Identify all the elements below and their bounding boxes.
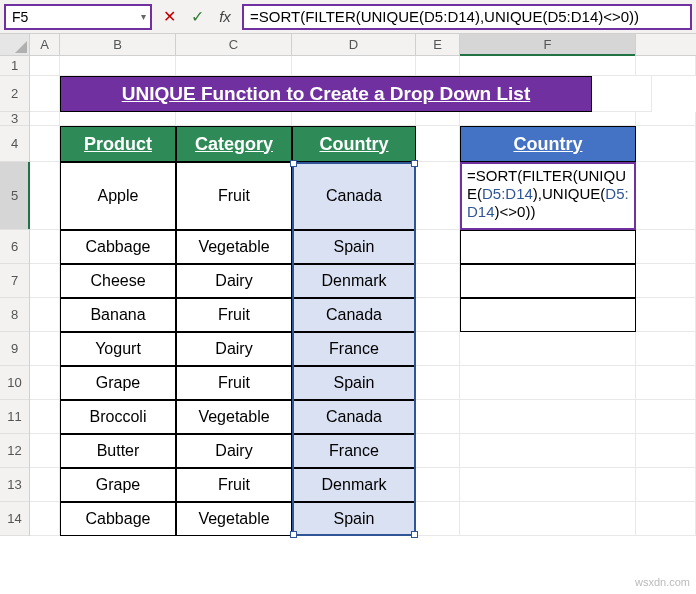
col-header-c[interactable]: C <box>176 34 292 55</box>
row-header[interactable]: 11 <box>0 400 29 434</box>
col-header-d[interactable]: D <box>292 34 416 55</box>
cell[interactable] <box>460 468 636 502</box>
cell[interactable] <box>30 502 60 536</box>
cell[interactable] <box>636 400 696 434</box>
cell[interactable] <box>30 126 60 162</box>
row-header[interactable]: 14 <box>0 502 29 536</box>
cell-country[interactable]: Canada <box>292 400 416 434</box>
row-header[interactable]: 5 <box>0 162 29 230</box>
cell-country[interactable]: France <box>292 434 416 468</box>
row-header[interactable]: 3 <box>0 112 29 126</box>
cell-product[interactable]: Butter <box>60 434 176 468</box>
cell-product[interactable]: Grape <box>60 468 176 502</box>
cell[interactable] <box>636 298 696 332</box>
cell[interactable] <box>416 56 460 76</box>
cell[interactable] <box>30 434 60 468</box>
row-header[interactable]: 8 <box>0 298 29 332</box>
title-banner[interactable]: UNIQUE Function to Create a Drop Down Li… <box>60 76 592 112</box>
cell[interactable] <box>292 112 416 126</box>
cell[interactable] <box>460 434 636 468</box>
cell-category[interactable]: Dairy <box>176 264 292 298</box>
row-header[interactable]: 12 <box>0 434 29 468</box>
col-header-f[interactable]: F <box>460 34 636 55</box>
cell[interactable] <box>460 502 636 536</box>
cell[interactable] <box>460 366 636 400</box>
cell-category[interactable]: Fruit <box>176 298 292 332</box>
cell[interactable] <box>416 264 460 298</box>
cell[interactable] <box>636 468 696 502</box>
cell-category[interactable]: Vegetable <box>176 400 292 434</box>
row-header[interactable]: 2 <box>0 76 29 112</box>
cell[interactable] <box>460 400 636 434</box>
cell[interactable] <box>30 298 60 332</box>
cell-product[interactable]: Grape <box>60 366 176 400</box>
cell[interactable] <box>636 162 696 230</box>
cell-category[interactable]: Fruit <box>176 162 292 230</box>
cell-product[interactable]: Cheese <box>60 264 176 298</box>
cell-category[interactable]: Vegetable <box>176 502 292 536</box>
header-country-result[interactable]: Country <box>460 126 636 162</box>
cell[interactable] <box>460 332 636 366</box>
cell[interactable] <box>30 332 60 366</box>
cell-product[interactable]: Banana <box>60 298 176 332</box>
cell[interactable] <box>416 400 460 434</box>
cell[interactable] <box>636 56 696 76</box>
cell[interactable] <box>30 366 60 400</box>
cell[interactable] <box>636 434 696 468</box>
cell[interactable] <box>636 366 696 400</box>
accept-icon[interactable]: ✓ <box>186 7 208 26</box>
cell-country[interactable]: Denmark <box>292 468 416 502</box>
cell-product[interactable]: Broccoli <box>60 400 176 434</box>
cell[interactable] <box>636 502 696 536</box>
cell-country[interactable]: France <box>292 332 416 366</box>
cell-product[interactable]: Apple <box>60 162 176 230</box>
cell[interactable] <box>416 332 460 366</box>
row-header[interactable]: 1 <box>0 56 29 76</box>
chevron-down-icon[interactable]: ▾ <box>141 11 146 22</box>
cell[interactable] <box>416 162 460 230</box>
cell-category[interactable]: Dairy <box>176 434 292 468</box>
cell[interactable] <box>460 112 636 126</box>
header-product[interactable]: Product <box>60 126 176 162</box>
cell[interactable] <box>636 126 696 162</box>
cell-country[interactable]: Canada <box>292 298 416 332</box>
cell[interactable] <box>416 298 460 332</box>
cells-area[interactable]: UNIQUE Function to Create a Drop Down Li… <box>30 56 696 536</box>
cell-category[interactable]: Vegetable <box>176 230 292 264</box>
cell[interactable] <box>176 112 292 126</box>
cell[interactable] <box>416 126 460 162</box>
cell[interactable] <box>416 468 460 502</box>
cell[interactable] <box>30 162 60 230</box>
cell[interactable] <box>60 112 176 126</box>
select-all-corner[interactable] <box>0 34 30 55</box>
cell[interactable] <box>592 76 652 112</box>
cell[interactable] <box>292 56 416 76</box>
cell[interactable] <box>636 332 696 366</box>
name-box[interactable]: F5 ▾ <box>4 4 152 30</box>
cell[interactable] <box>416 366 460 400</box>
cell-country[interactable]: Denmark <box>292 264 416 298</box>
row-header[interactable]: 7 <box>0 264 29 298</box>
cell[interactable] <box>30 76 60 112</box>
cell[interactable] <box>416 434 460 468</box>
formula-input[interactable]: =SORT(FILTER(UNIQUE(D5:D14),UNIQUE(D5:D1… <box>242 4 692 30</box>
col-header-a[interactable]: A <box>30 34 60 55</box>
cancel-icon[interactable]: ✕ <box>158 7 180 26</box>
cell-result[interactable] <box>460 264 636 298</box>
cell[interactable] <box>636 264 696 298</box>
col-header-b[interactable]: B <box>60 34 176 55</box>
cell[interactable] <box>416 230 460 264</box>
row-header[interactable]: 6 <box>0 230 29 264</box>
cell-category[interactable]: Dairy <box>176 332 292 366</box>
cell-category[interactable]: Fruit <box>176 468 292 502</box>
header-category[interactable]: Category <box>176 126 292 162</box>
cell[interactable] <box>636 112 696 126</box>
cell[interactable] <box>30 112 60 126</box>
cell-result[interactable] <box>460 298 636 332</box>
cell-category[interactable]: Fruit <box>176 366 292 400</box>
cell[interactable] <box>30 56 60 76</box>
cell[interactable] <box>30 230 60 264</box>
cell[interactable] <box>30 468 60 502</box>
row-header[interactable]: 9 <box>0 332 29 366</box>
row-header[interactable]: 10 <box>0 366 29 400</box>
